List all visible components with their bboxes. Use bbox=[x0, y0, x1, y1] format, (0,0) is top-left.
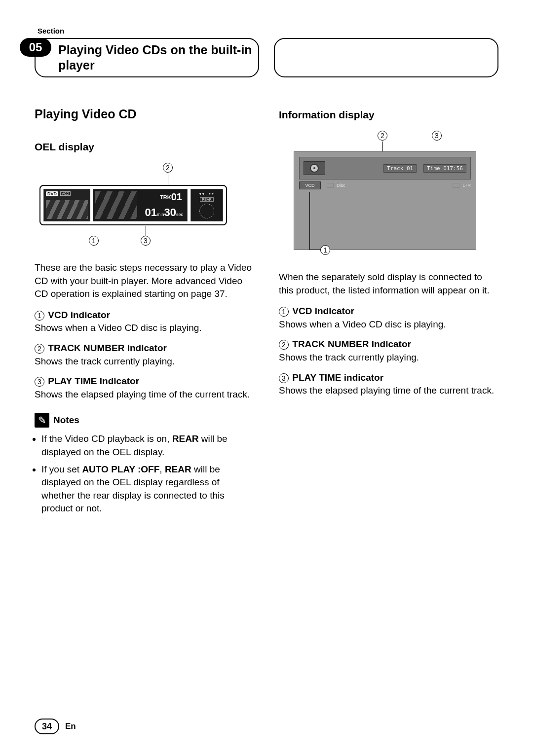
indicator-desc: Shows when a Video CD disc is playing. bbox=[35, 323, 202, 333]
indicator-item: 2 TRACK NUMBER indicator Shows the track… bbox=[35, 342, 254, 368]
indicator-title: TRACK NUMBER indicator bbox=[292, 339, 411, 349]
callout-label-1: 1 bbox=[89, 236, 99, 246]
indicator-desc: Shows the track currently playing. bbox=[279, 352, 419, 362]
left-column: Playing Video CD OEL display 2 DVD VCD bbox=[35, 107, 254, 519]
subhead-oel: OEL display bbox=[35, 141, 254, 153]
indicator-title: VCD indicator bbox=[292, 306, 354, 316]
subhead-info: Information display bbox=[279, 109, 498, 121]
page-title: Playing Video CD bbox=[35, 107, 254, 121]
vcd-box: VCD bbox=[299, 181, 321, 189]
language-label: En bbox=[65, 721, 76, 731]
header-row: 05 Playing Video CDs on the built-in pla… bbox=[35, 38, 498, 77]
trk-label: TRK bbox=[160, 194, 171, 200]
info-screen: Track 01 Time 017:56 VCD Disc L+R bbox=[294, 151, 476, 250]
lr-label: L+R bbox=[462, 183, 471, 188]
notes-icon bbox=[35, 413, 49, 428]
header-title: Playing Video CDs on the built-in player bbox=[36, 42, 258, 73]
header-box-right bbox=[274, 38, 498, 77]
indicator-title: TRACK NUMBER indicator bbox=[48, 343, 167, 353]
indicator-item: 3 PLAY TIME indicator Shows the elapsed … bbox=[35, 375, 254, 401]
section-label: Section bbox=[38, 27, 498, 35]
indicator-num: 3 bbox=[279, 373, 289, 383]
oel-display-figure: 2 DVD VCD TRK01 01min3 bbox=[35, 163, 254, 247]
note-item: If the Video CD playback is on, REAR wil… bbox=[41, 432, 254, 459]
knob-icon bbox=[199, 204, 214, 218]
callout-label-3: 3 bbox=[432, 131, 442, 141]
time-sec: 30 bbox=[164, 206, 176, 218]
note-item: If you set AUTO PLAY :OFF, REAR will be … bbox=[41, 463, 254, 515]
disc-icon bbox=[304, 161, 325, 175]
time-min: 01 bbox=[145, 206, 157, 218]
indicator-num: 2 bbox=[279, 340, 289, 350]
indicator-title: PLAY TIME indicator bbox=[48, 376, 139, 386]
indicator-desc: Shows the track currently playing. bbox=[35, 356, 175, 366]
next-icon: ▸▸ bbox=[209, 191, 215, 196]
intro-text-left: These are the basic steps necessary to p… bbox=[35, 261, 254, 301]
indicator-item: 3 PLAY TIME indicator Shows the elapsed … bbox=[279, 371, 498, 397]
time-min-unit: min bbox=[157, 212, 164, 217]
dvd-badge: DVD bbox=[46, 191, 58, 196]
right-column: Information display 2 3 Track 01 T bbox=[279, 107, 498, 519]
notes-list: If the Video CD playback is on, REAR wil… bbox=[35, 432, 254, 515]
section-number-pill: 05 bbox=[20, 38, 51, 57]
indicator-item: 1 VCD indicator Shows when a Video CD di… bbox=[35, 309, 254, 335]
time-sec-unit: sec bbox=[176, 212, 183, 217]
indicator-num: 1 bbox=[35, 311, 44, 321]
callout-label-2: 2 bbox=[378, 131, 387, 141]
callout-label-1: 1 bbox=[320, 245, 330, 255]
page-number: 34 bbox=[35, 719, 59, 734]
callout-label-2: 2 bbox=[163, 163, 173, 173]
indicator-item: 2 TRACK NUMBER indicator Shows the track… bbox=[279, 338, 498, 364]
notes-heading: Notes bbox=[53, 415, 79, 426]
indicator-desc: Shows when a Video CD disc is playing. bbox=[279, 319, 446, 329]
info-display-figure: 2 3 Track 01 Time 017:56 VCD bbox=[279, 131, 498, 259]
footer: 34 En bbox=[35, 719, 76, 734]
callout-label-3: 3 bbox=[141, 236, 151, 246]
vcd-tag: VCD bbox=[60, 191, 71, 196]
time-field: Time 017:56 bbox=[423, 164, 466, 173]
indicator-desc: Shows the elapsed playing time of the cu… bbox=[279, 385, 494, 396]
indicator-num: 2 bbox=[35, 344, 44, 354]
rear-badge: REAR bbox=[200, 197, 213, 202]
indicator-num: 1 bbox=[279, 307, 289, 317]
indicator-num: 3 bbox=[35, 377, 44, 387]
indicator-desc: Shows the elapsed playing time of the cu… bbox=[35, 389, 250, 399]
indicator-item: 1 VCD indicator Shows when a Video CD di… bbox=[279, 305, 498, 331]
intro-text-right: When the separately sold display is conn… bbox=[279, 271, 498, 297]
track-field: Track 01 bbox=[383, 164, 417, 173]
prev-icon: ◂◂ bbox=[199, 191, 205, 196]
trk-number: 01 bbox=[171, 191, 182, 202]
oel-device: DVD VCD TRK01 01min30sec bbox=[39, 185, 227, 225]
indicator-title: VCD indicator bbox=[48, 310, 110, 320]
indicator-title: PLAY TIME indicator bbox=[292, 372, 383, 383]
header-box-left: 05 Playing Video CDs on the built-in pla… bbox=[35, 38, 259, 77]
disc-sub-label: Disc bbox=[337, 183, 345, 188]
